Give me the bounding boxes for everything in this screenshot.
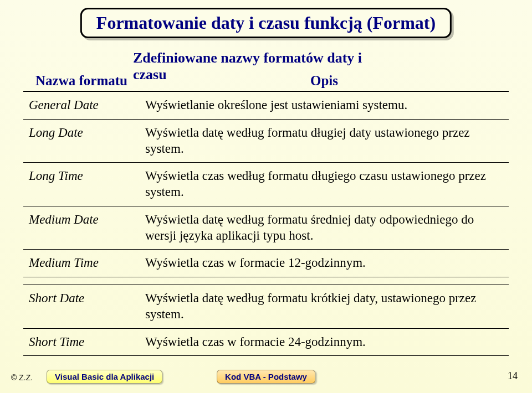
format-desc: Wyświetla datę według formatu długiej da… <box>140 119 509 163</box>
format-name: Long Date <box>23 119 140 163</box>
format-name: Short Time <box>23 328 140 356</box>
table-gap <box>23 277 509 285</box>
footer-pill-center: Kod VBA - Podstawy <box>217 370 315 384</box>
format-desc: Wyświetla czas w formacie 24-godzinnym. <box>140 328 509 356</box>
table-header-row: Nazwa formatu Opis <box>23 71 509 91</box>
format-name: Short Date <box>23 285 140 329</box>
slide-title: Formatowanie daty i czasu funkcją (Forma… <box>96 13 436 33</box>
header-desc: Opis <box>140 71 509 91</box>
format-desc: Wyświetla czas w formacie 12-godzinnym. <box>140 250 509 277</box>
format-name: Medium Time <box>23 250 140 277</box>
format-name: Long Time <box>23 163 140 206</box>
slide-title-box: Formatowanie daty i czasu funkcją (Forma… <box>80 8 452 38</box>
table-row: Long Time Wyświetla czas według formatu … <box>23 163 509 206</box>
table-row: Short Date Wyświetla datę według formatu… <box>23 285 509 329</box>
footer-pill-left: Visual Basic dla Aplikacji <box>47 370 162 384</box>
copyright-text: © Z.Z. <box>11 373 33 382</box>
format-desc: Wyświetla datę według formatu średniej d… <box>140 206 509 250</box>
format-name: Medium Date <box>23 206 140 250</box>
format-desc: Wyświetla datę według formatu krótkiej d… <box>140 285 509 329</box>
header-name: Nazwa formatu <box>23 71 140 91</box>
table-row: Medium Date Wyświetla datę według format… <box>23 206 509 250</box>
format-name: General Date <box>23 91 140 119</box>
slide-footer: © Z.Z. Visual Basic dla Aplikacji Kod VB… <box>0 368 532 385</box>
format-table: Nazwa formatu Opis General Date Wyświetl… <box>23 71 509 356</box>
page-number: 14 <box>508 370 518 382</box>
table-row: Long Date Wyświetla datę według formatu … <box>23 119 509 163</box>
table-row: Medium Time Wyświetla czas w formacie 12… <box>23 250 509 277</box>
format-desc: Wyświetla czas według formatu długiego c… <box>140 163 509 206</box>
format-desc: Wyświetlanie określone jest ustawieniami… <box>140 91 509 119</box>
table-row: General Date Wyświetlanie określone jest… <box>23 91 509 119</box>
table-row: Short Time Wyświetla czas w formacie 24-… <box>23 328 509 356</box>
